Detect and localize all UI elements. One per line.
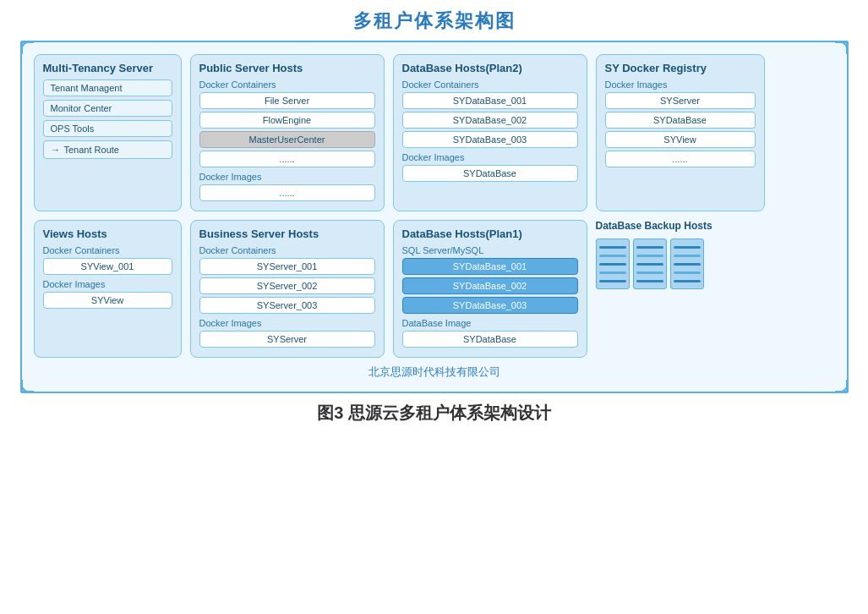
sql-label: SQL Server/MySQL <box>402 245 578 255</box>
db2-docker-images-label: Docker Images <box>402 152 578 162</box>
syview-image-item: SYView <box>43 292 172 309</box>
views-docker-containers-label: Docker Containers <box>43 245 172 255</box>
sydatabase-001-p2: SYDataBase_001 <box>402 92 578 109</box>
syserver-003-item: SYServer_003 <box>199 297 375 314</box>
db-plan2-box: DataBase Hosts(Plan2) Docker Containers … <box>393 54 587 211</box>
syserver-reg: SYServer <box>605 92 756 109</box>
business-server-title: Business Server Hosts <box>199 228 375 240</box>
db-backup-box: DataBase Backup Hosts <box>596 220 765 358</box>
views-docker-images-label: Docker Images <box>43 279 172 289</box>
flow-engine-item: FlowEngine <box>199 112 375 129</box>
arrow-icon: → <box>51 144 61 156</box>
monitor-center-item: Monitor Center <box>43 100 172 117</box>
server-unit-2 <box>633 238 667 289</box>
business-server-box: Business Server Hosts Docker Containers … <box>190 220 385 358</box>
multi-tenancy-box: Multi-Tenancy Server Tenant Managent Mon… <box>34 54 182 211</box>
server-unit-1 <box>596 238 630 289</box>
tenant-route-item: → Tenant Route <box>43 140 172 159</box>
views-hosts-title: Views Hosts <box>43 228 172 240</box>
sydatabase-image-p1: SYDataBase <box>402 331 578 348</box>
sydatabase-003-p2: SYDataBase_003 <box>402 131 578 148</box>
views-hosts-box: Views Hosts Docker Containers SYView_001… <box>34 220 182 358</box>
main-container: Multi-Tenancy Server Tenant Managent Mon… <box>20 41 849 393</box>
sydatabase-002-p2: SYDataBase_002 <box>402 112 578 129</box>
public-docker-images-label: Docker Images <box>199 172 375 182</box>
public-images-dots: ...... <box>199 184 375 201</box>
grid-layout: Multi-Tenancy Server Tenant Managent Mon… <box>34 54 835 358</box>
sy-docker-images-label: Docker Images <box>605 79 756 90</box>
file-server-item: File Server <box>199 92 375 109</box>
db-backup-title: DataBase Backup Hosts <box>596 220 712 232</box>
public-server-box: Public Server Hosts Docker Containers Fi… <box>190 54 385 211</box>
sydatabase-001-p1: SYDataBase_001 <box>402 258 578 275</box>
public-server-title: Public Server Hosts <box>199 62 375 74</box>
public-docker-label: Docker Containers <box>199 79 375 90</box>
footer-title: 图3 思源云多租户体系架构设计 <box>317 402 551 425</box>
sydatabase-002-p1: SYDataBase_002 <box>402 277 578 294</box>
master-user-center-item: MasterUserCenter <box>199 131 375 148</box>
public-dots-item: ...... <box>199 151 375 167</box>
page-main-title: 多租户体系架构图 <box>353 8 516 34</box>
sydatabase-003-p1: SYDataBase_003 <box>402 297 578 314</box>
server-graphic <box>596 238 704 289</box>
syview-001-item: SYView_001 <box>43 258 172 275</box>
db2-docker-label: Docker Containers <box>402 79 578 90</box>
bottom-company: 北京思源时代科技有限公司 <box>34 365 835 380</box>
ops-tools-item: OPS Tools <box>43 120 172 137</box>
db-plan2-title: DataBase Hosts(Plan2) <box>402 62 578 74</box>
server-unit-3 <box>670 238 704 289</box>
syserver-001-item: SYServer_001 <box>199 258 375 275</box>
multi-tenancy-title: Multi-Tenancy Server <box>43 62 172 74</box>
tenant-management-item: Tenant Managent <box>43 79 172 96</box>
business-docker-label: Docker Containers <box>199 245 375 255</box>
sydatabase-reg: SYDataBase <box>605 112 756 129</box>
syserver-image-item: SYServer <box>199 331 375 348</box>
sy-docker-dots: ...... <box>605 151 756 167</box>
db-plan1-title: DataBase Hosts(Plan1) <box>402 228 578 240</box>
business-docker-images-label: Docker Images <box>199 318 375 328</box>
syserver-002-item: SYServer_002 <box>199 277 375 294</box>
syview-reg: SYView <box>605 131 756 148</box>
sydatabase-image-p2: SYDataBase <box>402 165 578 182</box>
sy-docker-title: SY Docker Registry <box>605 62 756 74</box>
db-image-label: DataBase Image <box>402 318 578 328</box>
db-plan1-box: DataBase Hosts(Plan1) SQL Server/MySQL S… <box>393 220 587 358</box>
sy-docker-box: SY Docker Registry Docker Images SYServe… <box>596 54 765 211</box>
